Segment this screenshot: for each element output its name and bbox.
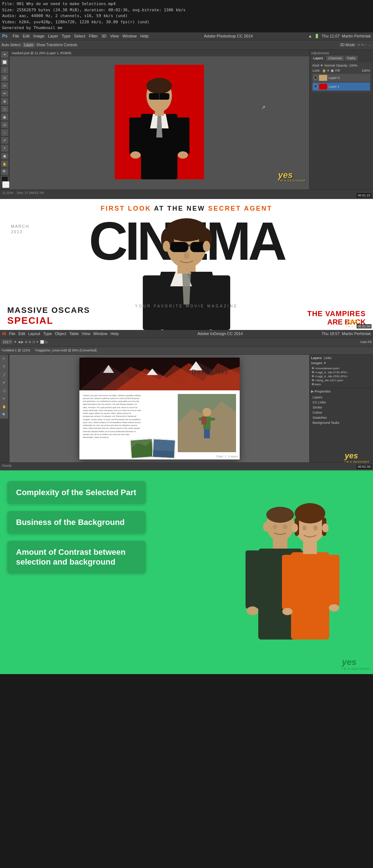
ps-layer-1[interactable]: 👁 Layer 1 (313, 83, 370, 91)
ps-options-bar: Auto-Select: Layer Show Transform Contro… (0, 40, 373, 50)
ps-blend-mode[interactable]: Normal (324, 64, 335, 67)
id-zoom-tool[interactable]: 🔍 (0, 411, 8, 419)
ps-3dmode-label: 3D Mode: (340, 43, 356, 47)
id-main-area: ↖ T ╱ ✐ ◻ ✂ ✋ 🔍 (0, 355, 373, 462)
ps-blur-tool[interactable]: ◎ (1, 122, 8, 128)
ps-lasso-tool[interactable]: ⌇ (1, 67, 8, 73)
id-view-menu[interactable]: View (82, 331, 90, 336)
ps-fill-value: 100% (362, 69, 370, 72)
ps-gradient-tool[interactable]: ▣ (1, 114, 8, 120)
ps-doc-size: Doc: 17.2M/22.7M (17, 191, 44, 195)
ps-channels-tab[interactable]: Channels (326, 56, 344, 61)
id-small-photo-2 (152, 438, 174, 457)
id-link-2[interactable]: <Lagil_d...tdk-2553.JPG> (311, 374, 372, 378)
id-scissors-tool[interactable]: ✂ (0, 395, 8, 403)
svg-point-72 (291, 523, 298, 532)
ps-timestamp: 00:01:22 (357, 193, 372, 198)
ps-window-menu[interactable]: Window (122, 34, 137, 38)
id-links-tab[interactable]: Links (324, 356, 331, 360)
id-status-bar: Ready Checking (0, 462, 373, 469)
ps-filter-menu[interactable]: Filter (89, 34, 98, 38)
ps-layers-tab[interactable]: Layers (311, 56, 325, 61)
ps-eyedropper-tool[interactable]: ✏ (1, 82, 8, 89)
ps-view-menu[interactable]: View (110, 34, 119, 38)
id-pen-tool[interactable]: ✐ (0, 379, 8, 387)
id-link-1[interactable]: <Lagil_d...tdk-2733.JPG> (311, 370, 372, 374)
id-layout-menu[interactable]: Layout (28, 331, 40, 336)
cinema-special: SPECIAL (7, 315, 90, 326)
ps-file-menu[interactable]: File (13, 34, 19, 38)
id-object-menu[interactable]: Object (55, 331, 66, 336)
svg-rect-59 (273, 539, 287, 550)
id-cc-links-prop[interactable]: CC Links (311, 400, 372, 405)
ps-shape-tool[interactable]: ◼ (1, 153, 8, 159)
ps-help-menu[interactable]: Help (140, 34, 149, 38)
id-line-tool[interactable]: ╱ (0, 371, 8, 379)
id-images-label: images ▼ (311, 361, 326, 365)
id-layers-prop[interactable]: Layers (311, 395, 372, 400)
ps-eraser-tool[interactable]: ◻ (1, 106, 8, 112)
ps-hand-tool[interactable]: ✋ (1, 160, 8, 167)
id-link-0[interactable]: <mountaineer.psd> (311, 366, 372, 370)
id-text-tool[interactable]: T (0, 363, 8, 371)
id-help-menu[interactable]: Help (110, 331, 119, 336)
ps-layer-0[interactable]: 👁 Layer 0 (313, 74, 370, 82)
ps-app-icon: Ps (2, 33, 8, 39)
ps-image-menu[interactable]: Image (33, 34, 44, 38)
id-file-menu[interactable]: File (9, 331, 16, 336)
ps-select-menu[interactable]: Select (74, 34, 85, 38)
svg-point-54 (266, 507, 294, 523)
id-layers-tab[interactable]: Layers (311, 356, 322, 360)
ps-fill-label: Fill: (335, 69, 360, 72)
ps-bg-color[interactable] (2, 181, 9, 188)
ps-brush-tool[interactable]: ✒ (1, 90, 8, 97)
id-stroke-prop[interactable]: Stroke (311, 405, 372, 410)
ps-text-tool[interactable]: T (1, 145, 8, 151)
id-type-menu[interactable]: Type (43, 331, 52, 336)
id-canvas-area: Dolomites (9, 355, 309, 462)
svg-point-27 (163, 241, 170, 252)
id-app-icon: Id (2, 331, 6, 336)
id-colour-prop[interactable]: Colour (311, 410, 372, 415)
id-link-3[interactable]: <Stelg_uftr-1617.psd> (311, 378, 372, 382)
ps-move-tool[interactable]: ✦ (1, 51, 8, 58)
id-link-name-3: <Stelg_uftr-1617.psd> (315, 379, 343, 382)
ps-crop-tool[interactable]: ⊡ (1, 75, 8, 81)
ps-marquee-tool[interactable]: ⬜ (1, 59, 8, 65)
id-table-menu[interactable]: Table (69, 331, 79, 336)
id-window-menu[interactable]: Window (93, 331, 107, 336)
info-card-1-title: Complexity of the Selected Part (16, 488, 137, 497)
id-link-name-4: back (315, 383, 321, 386)
svg-rect-47 (207, 429, 210, 438)
id-selection-tool[interactable]: ↖ (0, 355, 8, 363)
info-card-2-title: Business of the Background (16, 518, 137, 527)
ps-3d-menu[interactable]: 3D (101, 34, 106, 38)
cinema-man-svg (132, 199, 241, 330)
ps-layer-1-visibility[interactable]: 👁 (313, 84, 318, 89)
id-page-indicator: Page: 1, 3 layers (216, 455, 238, 458)
ps-dodge-tool[interactable]: ○ (1, 129, 8, 136)
id-hand-tool[interactable]: ✋ (0, 403, 8, 411)
ps-doc-tab: masked.psd @ 21.25% (Layer 1, RGB/8) (9, 50, 309, 56)
svg-point-12 (178, 151, 188, 159)
id-link-dot-0 (312, 367, 314, 369)
ps-adjustments-label: Adjustments (311, 51, 372, 55)
id-rect-tool[interactable]: ◻ (0, 387, 8, 395)
svg-point-63 (247, 606, 258, 615)
video-video-line: Video: h264, yuv420p, 1280x720, 1220 kb/… (2, 19, 371, 25)
ps-kind-label: Kind ▼ (313, 64, 323, 67)
ps-type-menu[interactable]: Type (62, 34, 71, 38)
ps-edit-menu[interactable]: Edit (23, 34, 30, 38)
ps-layer-0-visibility[interactable]: 👁 (313, 76, 318, 80)
ps-layer-dropdown[interactable]: Layer (23, 43, 35, 47)
ps-paths-tab[interactable]: Paths (345, 56, 358, 61)
id-link-4[interactable]: back (311, 382, 372, 386)
ps-layer-menu[interactable]: Layer (48, 34, 58, 38)
ps-zoom-tool[interactable]: 🔍 (1, 168, 8, 175)
time-display: Thu 11:07 (322, 34, 340, 39)
id-bg-tasks-prop[interactable]: Background Tasks (311, 420, 372, 425)
id-swatches-prop[interactable]: Swatches (311, 415, 372, 420)
ps-pen-tool[interactable]: ✐ (1, 137, 8, 144)
id-edit-menu[interactable]: Edit (18, 331, 25, 336)
ps-clone-tool[interactable]: ✿ (1, 98, 8, 104)
